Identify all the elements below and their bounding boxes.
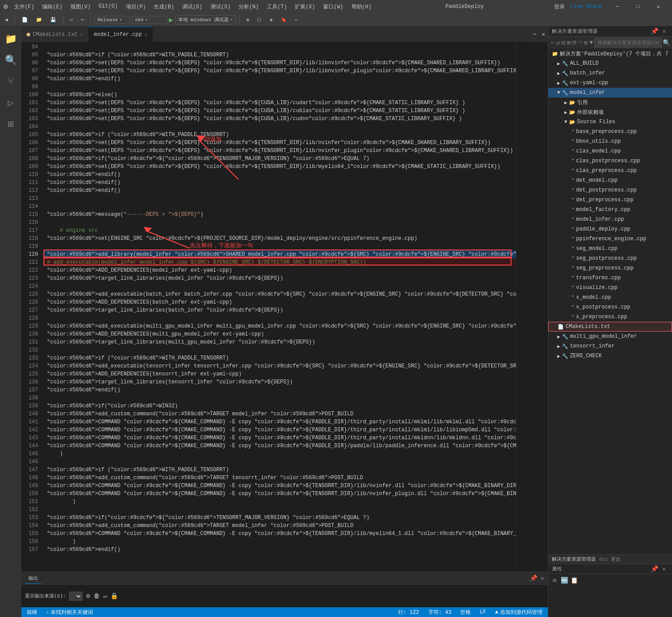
menu-debug[interactable]: 调试(D) xyxy=(179,1,206,12)
code-line[interactable] xyxy=(43,43,516,51)
code-line[interactable]: # engine src xyxy=(43,226,516,234)
scrollbar-vertical[interactable] xyxy=(543,42,548,572)
status-no-keywords[interactable]: ⚠ 未找到相关关键词 xyxy=(44,609,95,616)
code-line[interactable]: "color:#569cd6">set(ENGINE_SRC "color:#9… xyxy=(43,234,516,242)
se-item-all-build[interactable]: ▶ 🔧 ALL_BUILD xyxy=(548,59,672,68)
code-line[interactable]: "color:#569cd6">ADD_DEPENDENCIES(model_i… xyxy=(43,266,516,274)
se-item-multi-gpu[interactable]: ▶ 🔧 multi_gpu_model_infer xyxy=(548,332,672,341)
props-alpha-button[interactable]: 🔤 xyxy=(560,576,569,585)
extensions-icon[interactable]: ⊞ xyxy=(0,113,21,135)
se-source-file-item[interactable]: *model_factory.cpp xyxy=(548,205,672,215)
menu-ext[interactable]: 扩展(X) xyxy=(291,1,319,12)
se-collapse-button[interactable]: ⊟ xyxy=(561,38,566,47)
se-sync-button[interactable]: ↔ xyxy=(550,38,555,47)
se-source-file-item[interactable]: *transforms.cpp xyxy=(548,273,672,283)
code-line[interactable]: "color:#569cd6">set(DEPS "color:#9cdcfe"… xyxy=(43,59,516,67)
breakpoints-button[interactable]: ⬡ xyxy=(254,15,265,24)
code-line[interactable]: "color:#569cd6">if ("color:#569cd6">WITH… xyxy=(43,51,516,59)
code-line[interactable]: "color:#569cd6">endif() xyxy=(43,179,516,187)
se-item-ext-deps[interactable]: ▶ 📂 外部依赖项 xyxy=(548,107,672,117)
watch-button[interactable]: ◈ xyxy=(266,15,276,24)
menu-view[interactable]: 视图(V) xyxy=(67,1,94,12)
status-spaces[interactable]: 空格 xyxy=(458,609,473,616)
se-search-button[interactable]: 🔍 xyxy=(663,38,670,47)
output-settings-button[interactable]: ⚙ xyxy=(86,592,90,600)
code-line[interactable]: "color:#569cd6">if ("color:#569cd6">WITH… xyxy=(43,131,516,139)
output-lock-button[interactable]: 🔒 xyxy=(110,592,118,600)
code-line[interactable] xyxy=(43,282,516,290)
se-source-file-item[interactable]: *visualize.cpp xyxy=(548,283,672,293)
properties-pin-button[interactable]: 📌 xyxy=(650,565,659,574)
close-button[interactable]: ✕ xyxy=(648,0,668,13)
code-line[interactable]: "color:#569cd6">set(DEPS "color:#9cdcfe"… xyxy=(43,139,516,147)
se-source-file-item[interactable]: *model_infer.cpp xyxy=(548,215,672,224)
menu-tools[interactable]: 工具(T) xyxy=(263,1,291,12)
bookmark-button[interactable]: 🔖 xyxy=(277,15,290,24)
explorer-icon[interactable]: 📁 xyxy=(0,28,21,50)
code-line[interactable]: "color:#569cd6">add_executable(multi_gpu… xyxy=(43,322,516,330)
se-item-zero-check[interactable]: ▶ 🔧 ZERO_CHECK xyxy=(548,351,672,361)
se-source-file-item[interactable]: *clas_postprocess.cpp xyxy=(548,156,672,166)
se-footer-tab-2[interactable]: Git 更改 xyxy=(599,556,621,562)
se-source-file-item[interactable]: *base_preprocess.cpp xyxy=(548,127,672,137)
se-refresh-button[interactable]: ↺ xyxy=(555,38,560,47)
maximize-button[interactable]: □ xyxy=(628,0,648,13)
se-item-model-infer[interactable]: ▼ 🔧 model_infer xyxy=(548,88,672,98)
panel-close-button[interactable]: ✕ xyxy=(660,27,668,36)
code-line[interactable] xyxy=(43,195,516,203)
output-clear-button[interactable]: 🗑 xyxy=(94,593,100,600)
login-label[interactable]: 登录 xyxy=(554,3,565,11)
output-close-button[interactable]: ✕ xyxy=(541,574,544,582)
code-line[interactable]: "color:#569cd6">target_link_libraries(te… xyxy=(43,378,516,386)
status-encoding[interactable]: LF xyxy=(478,609,488,615)
new-project-button[interactable]: 📄 xyxy=(19,15,31,24)
code-line[interactable] xyxy=(43,219,516,226)
code-line[interactable]: "color:#569cd6">COMMAND "color:#9cdcfe">… xyxy=(43,442,516,450)
menu-file[interactable]: 文件(F) xyxy=(11,1,38,12)
tab-cmakelists[interactable]: CMakeLists.txt ✕ xyxy=(21,27,89,42)
se-item-source-files[interactable]: ▼ 📂 Source Files xyxy=(548,117,672,127)
code-line[interactable]: "color:#569cd6">add_custom_command("colo… xyxy=(43,410,516,418)
code-line[interactable] xyxy=(43,242,516,250)
code-line[interactable]: "color:#569cd6">COMMAND "color:#9cdcfe">… xyxy=(43,418,516,426)
se-git-button[interactable]: ⑂ xyxy=(578,38,582,47)
code-line[interactable]: "color:#569cd6">else() xyxy=(43,91,516,99)
se-source-file-item[interactable]: *det_model.cpp xyxy=(548,176,672,185)
menu-analyze[interactable]: 分析(N) xyxy=(235,1,262,12)
code-line[interactable]: "color:#569cd6">COMMAND "color:#9cdcfe">… xyxy=(43,530,516,538)
se-pending-button[interactable]: ⟳ xyxy=(572,38,577,47)
code-line[interactable]: "color:#569cd6">message("------DEPS = ">… xyxy=(43,211,516,219)
se-item-batch-infer[interactable]: ▶ 🔧 batch_infer xyxy=(548,68,672,78)
code-line[interactable]: "color:#569cd6">if("color:#9cdcfe">${"co… xyxy=(43,514,516,522)
code-line[interactable]: "color:#569cd6">COMMAND "color:#9cdcfe">… xyxy=(43,482,516,490)
code-line[interactable]: # add_executable(model_infer model_infer… xyxy=(43,258,516,266)
code-line[interactable]: "color:#569cd6">ADD_DEPENDENCIES(multi_g… xyxy=(43,330,516,338)
back-button[interactable]: ◀ xyxy=(2,15,11,24)
run-debug-icon[interactable]: ▷ xyxy=(0,92,21,113)
code-line[interactable]: "color:#569cd6">set(DEPS "color:#9cdcfe"… xyxy=(43,115,516,123)
code-line[interactable] xyxy=(43,203,516,211)
code-line[interactable]: "color:#569cd6">COMMAND "color:#9cdcfe">… xyxy=(43,434,516,442)
se-search-input[interactable] xyxy=(594,38,662,47)
code-line[interactable]: ) xyxy=(43,450,516,458)
status-col[interactable]: 字符: 43 xyxy=(426,609,453,616)
props-categories-button[interactable]: ⊞ xyxy=(550,576,559,585)
code-line[interactable]: ) xyxy=(43,538,516,546)
pin-button[interactable]: 📌 xyxy=(650,27,659,36)
code-line[interactable]: "color:#569cd6">if("color:#569cd6">WIN32… xyxy=(43,402,516,410)
source-dropdown[interactable] xyxy=(69,592,82,601)
se-source-file-item[interactable]: *x_preprocess.cpp xyxy=(548,312,672,322)
platform-dropdown[interactable]: x64 ▾ xyxy=(132,16,167,24)
code-line[interactable]: "color:#569cd6">if("color:#9cdcfe">${"co… xyxy=(43,155,516,163)
code-line[interactable]: "color:#569cd6">if ("color:#569cd6">WITH… xyxy=(43,354,516,362)
code-line[interactable]: "color:#569cd6">add_library(model_infer … xyxy=(43,250,516,258)
code-line[interactable]: "color:#569cd6">set(DEPS "color:#9cdcfe"… xyxy=(43,147,516,155)
output-word-wrap-button[interactable]: ↵ xyxy=(103,592,107,600)
redo-button[interactable]: ↪ xyxy=(78,15,87,24)
se-source-file-item[interactable]: *clas_model.cpp xyxy=(548,146,672,156)
tab-close-all-button[interactable]: ✕ xyxy=(539,27,548,42)
code-line[interactable]: "color:#569cd6">endif() xyxy=(43,75,516,83)
code-line[interactable]: "color:#569cd6">add_executable(tensorrt_… xyxy=(43,362,516,370)
code-line[interactable]: "color:#569cd6">add_custom_command("colo… xyxy=(43,522,516,530)
code-line[interactable]: "color:#569cd6">target_link_libraries(mu… xyxy=(43,338,516,346)
